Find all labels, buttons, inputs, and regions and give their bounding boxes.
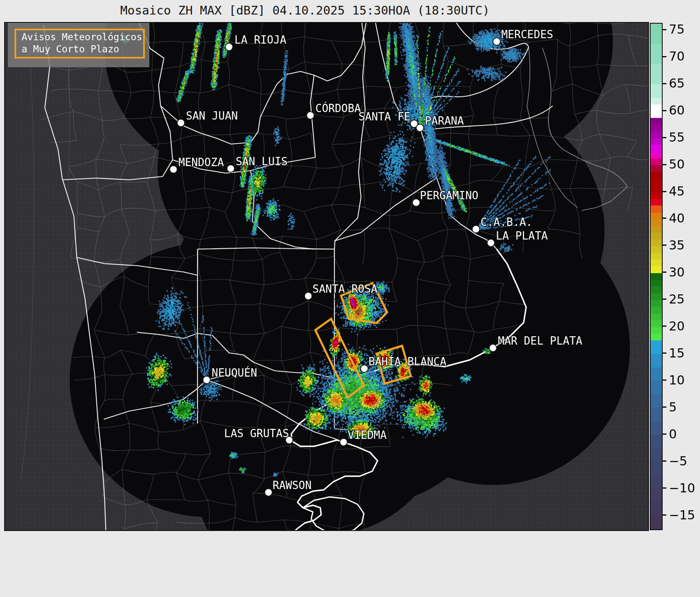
colorbar-tick [662, 29, 666, 30]
colorbar-tick [662, 406, 666, 408]
colorbar-segment [651, 240, 662, 246]
colorbar-segment [651, 246, 662, 253]
colorbar-tick-label: 20 [669, 319, 685, 333]
colorbar-tick-label: 60 [669, 103, 685, 117]
colorbar-segment [651, 226, 662, 232]
colorbar-tick-label: 50 [669, 157, 685, 171]
city-dot [265, 489, 272, 496]
colorbar-segment [651, 367, 662, 381]
city-san-juan: SAN JUAN [177, 110, 238, 127]
colorbar-tick [662, 164, 666, 165]
colorbar-tick [662, 191, 666, 192]
colorbar-segment [651, 165, 662, 172]
colorbar-segment [651, 266, 662, 273]
colorbar-segment [651, 159, 662, 165]
colorbar-segment [651, 448, 662, 462]
dbz-colorbar [650, 23, 663, 530]
city-label: LA PLATA [496, 230, 548, 242]
city-parana: PARANA [416, 115, 464, 132]
city-markers: LA RIOJASAN JUANMENDOZASAN LUISCÓRDOBASA… [170, 28, 583, 496]
city-mar-del-plata: MAR DEL PLATA [489, 335, 583, 352]
city-pergamino: PERGAMINO [412, 189, 478, 206]
city-label: RAWSON [273, 479, 312, 492]
colorbar-tick [662, 218, 666, 219]
warnings-legend-box: Avisos Meteorológicos a Muy Corto Plazo [8, 23, 149, 67]
city-mendoza: MENDOZA [170, 156, 224, 173]
colorbar-segment [651, 118, 662, 125]
city-dot [412, 199, 420, 206]
colorbar-segment [651, 327, 662, 334]
colorbar-tick [662, 379, 666, 381]
city-label: SANTA FE [359, 110, 410, 123]
city-label: LA RIOJA [234, 34, 287, 46]
footer: Servicio Meteorológico Nacional Argentin… [0, 530, 700, 597]
colorbar-tick [662, 83, 666, 84]
city-dot [489, 344, 497, 352]
colorbar-segment [651, 516, 662, 529]
colorbar-tick-label: 45 [669, 184, 685, 198]
city-label: MAR DEL PLATA [498, 335, 583, 347]
city-label: MERCEDES [501, 28, 553, 41]
colorbar-segment [651, 192, 662, 199]
colorbar-segment [651, 421, 662, 435]
colorbar-segment [651, 138, 662, 145]
colorbar-tick [662, 514, 666, 516]
colorbar-segment [651, 340, 662, 354]
colorbar-segment [651, 44, 662, 64]
city-dot [493, 38, 500, 45]
colorbar-tick-label: 30 [669, 265, 685, 279]
colorbar-tick [662, 245, 666, 246]
city-label: SAN LUIS [236, 155, 288, 168]
colorbar-tick [662, 325, 666, 327]
colorbar-tick-label: 65 [669, 76, 685, 91]
colorbar-segment [651, 394, 662, 408]
colorbar-segment [651, 462, 662, 475]
city-dot [177, 119, 185, 127]
city-dot [487, 239, 495, 247]
colorbar-tick-label: 35 [669, 238, 685, 252]
city-bah-a-blanca: BAHÍA BLANCA [361, 355, 446, 372]
warnings-legend-line1: Avisos Meteorológicos [22, 31, 143, 43]
colorbar-segment [651, 219, 662, 226]
city-label: NEUQUÉN [212, 366, 257, 379]
colorbar-segment [651, 213, 662, 219]
radar-map: LA RIOJASAN JUANMENDOZASAN LUISCÓRDOBASA… [4, 22, 649, 531]
colorbar-tick [662, 137, 666, 138]
colorbar-segment [651, 206, 662, 212]
colorbar-segment [651, 64, 662, 84]
map-annotation-layer: LA RIOJASAN JUANMENDOZASAN LUISCÓRDOBASA… [5, 23, 648, 530]
city-dot [225, 43, 233, 51]
city-viedma: VIEDMA [340, 429, 387, 446]
colorbar-tick [662, 56, 666, 57]
colorbar-tick-label: 10 [669, 373, 685, 387]
warning-polygons [315, 283, 411, 398]
colorbar-tick-label: 25 [669, 292, 685, 306]
colorbar-segment [651, 179, 662, 192]
city-label: BAHÍA BLANCA [368, 355, 446, 368]
colorbar-tick-label: 0 [669, 426, 677, 441]
city-mercedes: MERCEDES [493, 28, 553, 45]
city-neuqu-n: NEUQUÉN [203, 366, 257, 384]
colorbar-segment [651, 84, 662, 98]
warnings-legend-border: Avisos Meteorológicos a Muy Corto Plazo [15, 29, 145, 59]
page-title: Mosaico ZH MAX [dBZ] 04.10.2025 15:30HOA… [0, 3, 610, 17]
city-dot [203, 376, 210, 384]
colorbar-segment [651, 489, 662, 502]
warning-polygon [315, 319, 364, 398]
colorbar-segment [651, 199, 662, 206]
colorbar-tick [662, 487, 666, 489]
city-santa-fe: SANTA FE [359, 110, 418, 127]
city-label: CÓRDOBA [315, 102, 361, 115]
colorbar-tick [662, 110, 666, 111]
colorbar-segment [651, 273, 662, 280]
city-dot [227, 165, 234, 172]
colorbar-tick [662, 298, 666, 300]
colorbar-segment [651, 435, 662, 448]
city-c-rdoba: CÓRDOBA [307, 102, 361, 119]
colorbar-segment [651, 280, 662, 286]
colorbar-segment [651, 313, 662, 320]
colorbar-tick-label: 70 [669, 49, 685, 64]
colorbar-segment [651, 24, 662, 44]
colorbar-segment [651, 98, 662, 105]
colorbar-segment [651, 105, 662, 118]
